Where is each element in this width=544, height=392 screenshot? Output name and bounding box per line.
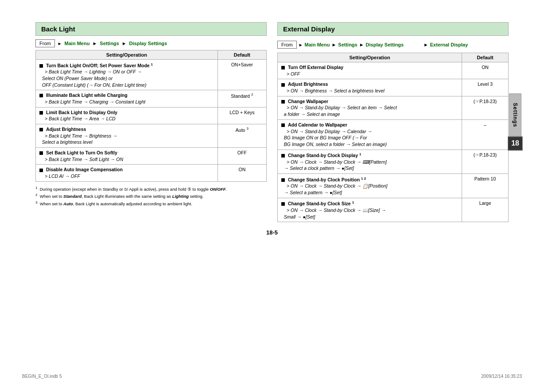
- col-setting-left: Setting/Operation: [36, 50, 218, 60]
- settings-label-text: Settings: [512, 103, 518, 127]
- back-light-title: Back Light: [41, 25, 75, 33]
- r-default-4: –: [462, 119, 509, 150]
- bottom-right-text: 2009/12/14 16:35:23: [481, 374, 522, 379]
- default-5: OFF: [218, 148, 266, 165]
- table-row: Illuminate Back Light while Charging > B…: [36, 90, 267, 107]
- table-row: Limit Back Light to Display Only > Back …: [36, 107, 267, 124]
- back-light-panel: Back Light From ► Main Menu ► Settings ►…: [35, 22, 267, 222]
- footnote-1: 1 During operation (except when in Stand…: [35, 185, 267, 192]
- r-bullet-6: [281, 178, 285, 182]
- r-sub-op-6: > ON → Clock → Stand-by Clock → 📋[Positi…: [281, 183, 387, 195]
- breadcrumb-extdisplay-right: External Display: [430, 42, 468, 47]
- setting-op-5: Set Back Light to Turn On Softly > Back …: [36, 148, 218, 165]
- table-row: Turn Back Light On/Off; Set Power Saver …: [36, 60, 267, 90]
- bottom-left-text: BEGIN_E_OI.indb 5: [22, 374, 62, 379]
- default-6: ON: [218, 165, 266, 181]
- bottom-bar: BEGIN_E_OI.indb 5 2009/12/14 16:35:23: [0, 374, 544, 379]
- table-row: Change Stand-by Clock Position 1 2 > ON …: [278, 174, 509, 198]
- breadcrumb-settings-left: Settings: [100, 41, 119, 46]
- r-sub-op-7: > ON → Clock → Stand-by Clock → 📖[Size] …: [281, 208, 386, 219]
- back-light-table: Setting/Operation Default Turn Back Ligh…: [35, 50, 267, 182]
- r-sub-op-3: > ON → Stand-by Display → Select an item…: [281, 105, 397, 117]
- r-default-5: (☞P.18-23): [462, 150, 509, 174]
- r-sub-op-4: > ON → Stand-by Display → Calendar → BG …: [281, 129, 387, 147]
- bullet-3: [39, 111, 43, 115]
- bullet-1: [39, 64, 43, 68]
- settings-tab-label: Settings: [509, 93, 521, 136]
- arrow-bc-3-right: ►: [424, 42, 428, 47]
- r-sub-op-2: > ON → Brightness → Select a brightness …: [281, 88, 385, 93]
- sub-op-4: > Back Light Time → Brightness → Select …: [39, 133, 117, 145]
- sub-op-6: > LCD AI → OFF: [39, 173, 80, 179]
- r-default-3: (☞P.18-23): [462, 96, 509, 119]
- table-row: Adjust Brightness > Back Light Time → Br…: [36, 124, 267, 148]
- sub-op-1: > Back Light Time → Lighting → ON or OFF…: [39, 69, 146, 87]
- footnote-2: 2 When set to Standard, Back Light illum…: [35, 192, 267, 200]
- r-bullet-4: [281, 123, 285, 127]
- external-display-table: Setting/Operation Default Turn Off Exter…: [277, 53, 509, 222]
- page-number: 18-5: [18, 229, 526, 236]
- arrow-right-right: ►: [299, 42, 303, 47]
- default-3: LCD + Keys: [218, 107, 266, 124]
- breadcrumb-display-right: Display Settings: [366, 42, 404, 47]
- table-row: Disable Auto Image Compensation > LCD AI…: [36, 165, 267, 181]
- bullet-2: [39, 94, 43, 97]
- r-sub-op-1: > OFF: [281, 71, 300, 77]
- arrow-bc-1-left: ►: [92, 41, 97, 46]
- bullet-5: [39, 151, 43, 155]
- setting-op-3: Limit Back Light to Display Only > Back …: [36, 107, 218, 124]
- back-light-header: Back Light: [35, 22, 267, 36]
- setting-op-6: Disable Auto Image Compensation > LCD AI…: [36, 165, 218, 181]
- setting-op-1: Turn Back Light On/Off; Set Power Saver …: [36, 60, 218, 90]
- r-default-1: ON: [462, 62, 509, 79]
- r-bullet-2: [281, 83, 285, 87]
- sub-op-2: > Back Light Time → Charging → Constant …: [39, 99, 145, 104]
- external-display-header: External Display: [277, 22, 509, 36]
- table-row: Change Stand-by Clock Size 1 > ON → Cloc…: [278, 198, 509, 222]
- sub-op-5: > Back Light Time → Soft Light → ON: [39, 157, 123, 162]
- r-bullet-1: [281, 66, 285, 69]
- from-label-right: From: [277, 41, 297, 49]
- table-row: Turn Off External Display > OFF ON: [278, 62, 509, 79]
- back-light-breadcrumb-row: From ► Main Menu ► Settings ► Display Se…: [35, 39, 267, 47]
- r-setting-op-7: Change Stand-by Clock Size 1 > ON → Cloc…: [278, 198, 462, 222]
- r-default-7: Large: [462, 198, 509, 222]
- default-1: ON+Saver: [218, 60, 266, 90]
- arrow-bc-1-right: ►: [331, 42, 336, 47]
- r-sub-op-5: > ON → Clock → Stand-by Clock → ⌨[Patter…: [281, 159, 387, 171]
- bullet-6: [39, 169, 43, 172]
- breadcrumb-mainmenu-left: Main Menu: [65, 41, 90, 46]
- setting-op-4: Adjust Brightness > Back Light Time → Br…: [36, 124, 218, 148]
- table-row: Change Wallpaper > ON → Stand-by Display…: [278, 96, 509, 119]
- r-setting-op-6: Change Stand-by Clock Position 1 2 > ON …: [278, 174, 462, 198]
- col-default-left: Default: [218, 50, 266, 60]
- breadcrumb-settings-right: Settings: [338, 42, 357, 47]
- sub-op-3: > Back Light Time → Area → LCD: [39, 116, 116, 121]
- table-row: Adjust Brightness > ON → Brightness → Se…: [278, 79, 509, 96]
- r-setting-op-4: Add Calendar to Wallpaper > ON → Stand-b…: [278, 119, 462, 150]
- r-bullet-5: [281, 154, 285, 158]
- r-setting-op-5: Change Stand-by Clock Display 1 > ON → C…: [278, 150, 462, 174]
- col-default-right: Default: [462, 53, 509, 62]
- arrow-bc-2-left: ►: [122, 41, 127, 46]
- r-setting-op-1: Turn Off External Display > OFF: [278, 62, 462, 79]
- table-row: Change Stand-by Clock Display 1 > ON → C…: [278, 150, 509, 174]
- external-display-panel: External Display From ► Main Menu ► Sett…: [277, 22, 509, 222]
- table-row: Add Calendar to Wallpaper > ON → Stand-b…: [278, 119, 509, 150]
- r-default-6: Pattern 10: [462, 174, 509, 198]
- from-label-left: From: [35, 39, 55, 47]
- settings-tab-container: Settings 18: [508, 93, 523, 150]
- arrow-right-left: ►: [58, 41, 62, 46]
- default-4: Auto 3: [218, 124, 266, 148]
- table-row: Set Back Light to Turn On Softly > Back …: [36, 148, 267, 165]
- bullet-4: [39, 128, 43, 131]
- external-display-breadcrumb-row: From ► Main Menu ► Settings ► Display Se…: [277, 39, 509, 50]
- arrow-bc-2-right: ►: [359, 42, 364, 47]
- default-2: Standard 2: [218, 90, 266, 107]
- col-setting-right: Setting/Operation: [278, 53, 462, 62]
- footnote-3: 3 When set to Auto, Back Light is automa…: [35, 200, 267, 207]
- r-bullet-7: [281, 202, 285, 206]
- r-setting-op-3: Change Wallpaper > ON → Stand-by Display…: [278, 96, 462, 119]
- setting-op-2: Illuminate Back Light while Charging > B…: [36, 90, 218, 107]
- r-default-2: Level 3: [462, 79, 509, 96]
